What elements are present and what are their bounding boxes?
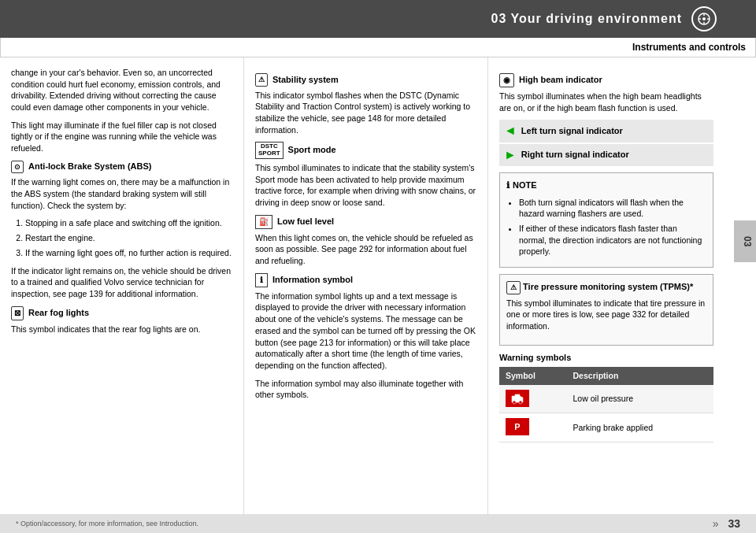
svg-point-6 <box>513 401 516 404</box>
info-text: The information symbol lights up and a t… <box>255 291 476 372</box>
highbeam-icon: ◉ <box>499 73 514 87</box>
sub-header-title: Instruments and controls <box>632 42 746 53</box>
warning-symbols-table: Symbol Description <box>499 367 713 442</box>
note-box: ℹ NOTE Both turn signal indicators will … <box>499 172 713 268</box>
right-signal-label: Right turn signal indicator <box>521 149 629 161</box>
sport-text: This symbol illuminates to indicate that… <box>255 162 476 209</box>
page-footer: * Option/accessory, for more information… <box>0 514 756 533</box>
note-item-2: If either of these indicators flash fast… <box>519 223 706 257</box>
fuel-section-title: ⛽ Low fuel level <box>255 215 476 229</box>
svg-point-1 <box>702 17 706 20</box>
left-signal-row: ◄ Left turn signal indicator <box>499 120 713 142</box>
oil-icon <box>506 390 529 407</box>
footer-footnote: * Option/accessory, for more information… <box>16 520 198 527</box>
stability-section-title: ⚠ Stability system <box>255 73 476 87</box>
main-content: change in your car's behavior. Even so, … <box>0 57 756 527</box>
abs-para: If the indicator light remains on, the v… <box>11 265 232 300</box>
warning-symbols-title: Warning symbols <box>499 352 713 364</box>
oil-description: Low oil pressure <box>567 385 713 413</box>
tpms-icon: ⚠ <box>506 281 521 294</box>
note-icon: ℹ <box>506 180 510 191</box>
left-column: change in your car's behavior. Even so, … <box>0 57 244 527</box>
header-icon <box>691 6 717 31</box>
table-header-symbol: Symbol <box>499 367 567 385</box>
abs-icon: ⊙ <box>11 161 24 174</box>
note-list: Both turn signal indicators will flash w… <box>506 197 706 257</box>
table-row: Low oil pressure <box>499 385 713 413</box>
page-header: 03 Your driving environment <box>0 0 756 38</box>
stability-text: This indicator symbol flashes when the D… <box>255 90 476 136</box>
fog-text: This symbol indicates that the rear fog … <box>11 324 232 335</box>
tire-title: ⚠ Tire pressure monitoring system (TPMS)… <box>506 281 706 294</box>
fuel-text: When this light comes on, the vehicle sh… <box>255 232 476 267</box>
svg-point-7 <box>519 401 522 404</box>
info-section-title: ℹ Information symbol <box>255 273 476 287</box>
left-para2: This light may illuminate if the fuel fi… <box>11 120 232 154</box>
right-column: ◉ High beam indicator This symbol illumi… <box>488 57 724 527</box>
page-number: 33 <box>728 517 740 530</box>
abs-steps-list: Stopping in a safe place and switching o… <box>11 217 232 258</box>
highbeam-section-title: ◉ High beam indicator <box>499 73 713 87</box>
dstc-sport-icon: DSTCSPORT <box>255 142 284 159</box>
park-symbol-cell: P <box>499 413 567 442</box>
footer-arrows: » <box>713 517 719 530</box>
left-para1: change in your car's behavior. Even so, … <box>11 67 232 113</box>
note-item-1: Both turn signal indicators will flash w… <box>519 197 706 220</box>
abs-step-3: If the warning light goes off, no furthe… <box>25 247 232 259</box>
info-icon: ℹ <box>255 273 268 287</box>
abs-step-2: Restart the engine. <box>25 232 232 244</box>
note-title: ℹ NOTE <box>506 180 706 191</box>
sub-header: Instruments and controls <box>0 38 756 57</box>
oil-symbol-cell <box>499 385 567 413</box>
info-text2: The information symbol may also illumina… <box>255 378 476 401</box>
abs-text: If the warning light comes on, there may… <box>11 176 232 211</box>
tire-text: This symbol illuminates to indicate that… <box>506 298 706 332</box>
left-signal-label: Left turn signal indicator <box>521 125 623 137</box>
right-arrow-icon: ► <box>504 146 517 164</box>
header-title: 03 Your driving environment <box>491 12 682 26</box>
fog-icon: ⊠ <box>11 306 24 320</box>
park-icon: P <box>506 418 529 435</box>
park-description: Parking brake applied <box>567 413 713 442</box>
stability-icon: ⚠ <box>255 73 268 87</box>
table-header-desc: Description <box>567 367 713 385</box>
left-arrow-icon: ◄ <box>504 122 517 139</box>
table-row: P Parking brake applied <box>499 413 713 442</box>
fuel-icon: ⛽ <box>255 215 272 229</box>
sport-section-title: DSTCSPORT Sport mode <box>255 142 476 159</box>
middle-column: ⚠ Stability system This indicator symbol… <box>244 57 488 527</box>
abs-section-title: ⊙ Anti-lock Brake System (ABS) <box>11 161 232 174</box>
side-tab: 03 <box>734 220 756 262</box>
abs-step-1: Stopping in a safe place and switching o… <box>25 217 232 229</box>
tire-section: ⚠ Tire pressure monitoring system (TPMS)… <box>499 274 713 346</box>
right-signal-row: ► Right turn signal indicator <box>499 144 713 166</box>
highbeam-text: This symbol illuminates when the high be… <box>499 91 713 113</box>
fog-section-title: ⊠ Rear fog lights <box>11 306 232 320</box>
svg-text:P: P <box>514 422 520 431</box>
